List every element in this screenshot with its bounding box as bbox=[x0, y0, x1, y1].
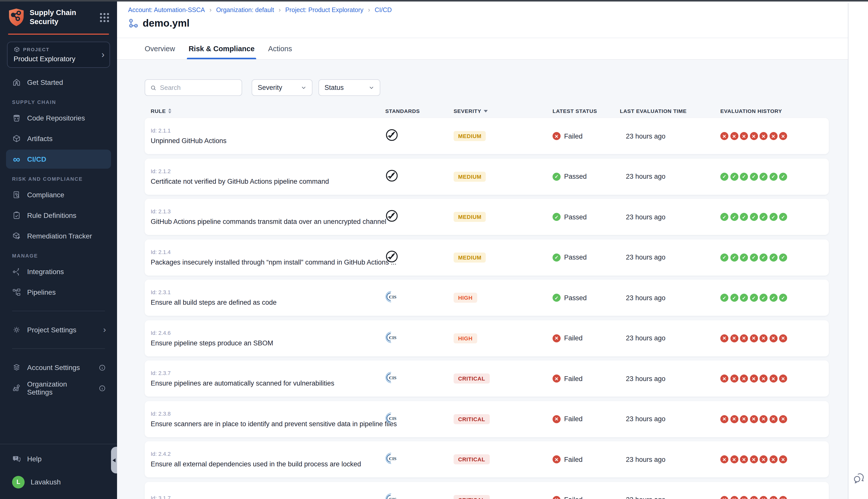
rule-name: Ensure all external dependencies used in… bbox=[151, 460, 385, 468]
history-failed-icon: ✕ bbox=[720, 415, 728, 423]
table-row[interactable]: Id: 2.3.1 Ensure all build steps are def… bbox=[145, 280, 829, 316]
owasp-standard-icon bbox=[385, 169, 398, 182]
org-icon bbox=[12, 384, 21, 392]
table-row[interactable]: Id: 2.1.1 Unpinned GitHub Actions MEDIUM… bbox=[145, 118, 829, 154]
sidebar-item-ci-cd[interactable]: ∞CI/CD bbox=[6, 150, 111, 169]
user-menu[interactable]: L Lavakush bbox=[6, 472, 111, 491]
severity-badge: MEDIUM bbox=[454, 212, 486, 222]
table-row[interactable]: Id: 2.1.2 Certificate not verified by Gi… bbox=[145, 158, 829, 195]
breadcrumb-link[interactable]: Project: Product Exploratory bbox=[285, 6, 363, 13]
sidebar-item-integrations[interactable]: Integrations bbox=[6, 262, 111, 281]
failed-icon: ✕ bbox=[553, 455, 560, 463]
history-passed-icon: ✓ bbox=[740, 172, 748, 181]
breadcrumb-link[interactable]: Organization: default bbox=[216, 6, 274, 13]
standards-cell: CIS bbox=[385, 371, 454, 386]
breadcrumb-link[interactable]: Account: Automation-SSCA bbox=[128, 6, 205, 13]
history-failed-icon: ✕ bbox=[760, 132, 768, 140]
rule-id: Id: 2.3.8 bbox=[151, 410, 385, 416]
sidebar-item-remediation-tracker[interactable]: Remediation Tracker bbox=[6, 227, 111, 245]
sidebar-collapse-handle[interactable] bbox=[111, 447, 117, 473]
status-cell: ✕ Failed bbox=[553, 415, 620, 423]
sidebar-item-code-repositories[interactable]: Code Repositories bbox=[6, 108, 111, 127]
last-evaluation-time: 23 hours ago bbox=[620, 375, 720, 382]
severity-cell: MEDIUM bbox=[454, 212, 553, 222]
sidebar-item-rule-definitions[interactable]: Rule Definitions bbox=[6, 206, 111, 225]
history-failed-icon: ✕ bbox=[769, 455, 777, 463]
tab-actions[interactable]: Actions bbox=[268, 38, 292, 59]
gear-icon bbox=[12, 325, 21, 334]
history-passed-icon: ✓ bbox=[760, 294, 768, 302]
sidebar-item-compliance[interactable]: Compliance bbox=[6, 185, 111, 204]
table-row[interactable]: Id: 2.1.4 Packages insecurely installed … bbox=[145, 239, 829, 275]
severity-filter-dropdown[interactable]: Severity bbox=[252, 79, 312, 96]
sidebar-item-label: Code Repositories bbox=[27, 114, 85, 122]
table-row[interactable]: Id: 3.1.7 CIS CRITICAL ✕ Failed 23 hours… bbox=[145, 482, 829, 499]
sidebar-item-artifacts[interactable]: Artifacts bbox=[6, 129, 111, 148]
sidebar-item-pipelines[interactable]: Pipelines bbox=[6, 283, 111, 302]
svg-text:CIS: CIS bbox=[389, 497, 397, 499]
page-title: demo.yml bbox=[143, 17, 190, 29]
tab-overview[interactable]: Overview bbox=[145, 38, 175, 59]
status-cell: ✕ Failed bbox=[553, 496, 620, 499]
rule-id: Id: 2.1.1 bbox=[151, 127, 385, 134]
rule-name: Certificate not verified by GitHub Actio… bbox=[151, 178, 385, 185]
severity-badge: CRITICAL bbox=[454, 414, 490, 424]
evaluation-history: ✕✕✕✕✕✕✕ bbox=[720, 375, 829, 382]
severity-cell: CRITICAL bbox=[454, 495, 553, 499]
history-failed-icon: ✕ bbox=[760, 415, 768, 423]
tab-bar: OverviewRisk & ComplianceActions bbox=[117, 38, 868, 60]
sidebar-item-help[interactable]: ? Help bbox=[6, 449, 111, 468]
history-failed-icon: ✕ bbox=[740, 334, 748, 342]
breadcrumb-link[interactable]: CI/CD bbox=[375, 6, 392, 13]
info-icon bbox=[98, 384, 106, 392]
rule-id: Id: 3.1.7 bbox=[151, 495, 385, 499]
rule-id: Id: 2.4.6 bbox=[151, 330, 385, 336]
evaluation-history: ✕✕✕✕✕✕✕ bbox=[720, 455, 829, 463]
status-filter-dropdown[interactable]: Status bbox=[318, 79, 380, 96]
history-failed-icon: ✕ bbox=[730, 415, 738, 423]
table-row[interactable]: Id: 2.3.7 Ensure pipelines are automatic… bbox=[145, 361, 829, 397]
history-failed-icon: ✕ bbox=[779, 334, 787, 342]
severity-badge: CRITICAL bbox=[454, 374, 490, 384]
sidebar-item-organization-settings[interactable]: Organization Settings bbox=[6, 378, 111, 398]
severity-badge: MEDIUM bbox=[454, 252, 486, 262]
column-header-rule[interactable]: RULE bbox=[145, 108, 385, 114]
table-row[interactable]: Id: 2.4.6 Ensure pipeline steps produce … bbox=[145, 320, 829, 356]
sidebar-item-label: Remediation Tracker bbox=[27, 232, 92, 240]
history-failed-icon: ✕ bbox=[740, 415, 748, 423]
project-selector[interactable]: PROJECT Product Exploratory › bbox=[7, 42, 110, 68]
sidebar-item-project-settings[interactable]: Project Settings› bbox=[6, 320, 111, 339]
standards-cell bbox=[385, 129, 454, 144]
help-label: Help bbox=[27, 455, 42, 463]
severity-badge: CRITICAL bbox=[454, 454, 490, 464]
history-passed-icon: ✓ bbox=[720, 253, 728, 261]
status-cell: ✓ Passed bbox=[553, 172, 620, 181]
tab-risk-compliance[interactable]: Risk & Compliance bbox=[189, 38, 255, 59]
status-label: Failed bbox=[564, 496, 583, 499]
chevron-down-icon bbox=[301, 85, 306, 90]
status-label: Failed bbox=[564, 334, 583, 342]
column-label: LATEST STATUS bbox=[553, 108, 597, 114]
search-input[interactable] bbox=[160, 84, 237, 92]
sort-icon bbox=[168, 108, 171, 113]
table-row[interactable]: Id: 2.4.2 Ensure all external dependenci… bbox=[145, 441, 829, 477]
sidebar-item-account-settings[interactable]: Account Settings bbox=[6, 358, 111, 377]
column-header-standards: STANDARDS bbox=[385, 108, 454, 114]
module-switcher-grid-icon[interactable] bbox=[100, 13, 109, 22]
history-passed-icon: ✓ bbox=[779, 294, 787, 302]
severity-cell: CRITICAL bbox=[454, 454, 553, 464]
failed-icon: ✕ bbox=[553, 334, 560, 342]
sidebar-item-get-started[interactable]: Get Started bbox=[6, 73, 111, 92]
column-header-last-evaluation-time: LAST EVALUATION TIME bbox=[620, 108, 720, 114]
history-passed-icon: ✓ bbox=[730, 294, 738, 302]
last-evaluation-time: 23 hours ago bbox=[620, 213, 720, 221]
table-row[interactable]: Id: 2.1.3 GitHub Actions pipeline comman… bbox=[145, 199, 829, 235]
column-header-severity[interactable]: SEVERITY bbox=[454, 108, 553, 114]
sort-desc-icon bbox=[484, 110, 488, 112]
history-failed-icon: ✕ bbox=[769, 132, 777, 140]
evaluation-history: ✓✓✓✓✓✓✓ bbox=[720, 213, 829, 221]
support-chat-icon[interactable] bbox=[853, 471, 866, 484]
severity-cell: HIGH bbox=[454, 333, 553, 343]
column-label: RULE bbox=[151, 108, 166, 114]
table-row[interactable]: Id: 2.3.8 Ensure scanners are in place t… bbox=[145, 401, 829, 437]
